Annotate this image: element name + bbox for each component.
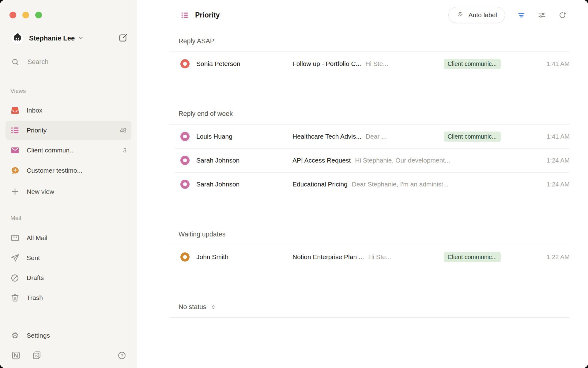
close-button[interactable] — [9, 12, 16, 18]
email-row[interactable]: Sonia Peterson Follow up - Portfolio C..… — [169, 52, 570, 76]
compose-icon[interactable] — [119, 33, 128, 44]
email-row[interactable]: Louis Huang Healthcare Tech Advis... Dea… — [169, 125, 570, 148]
filter-icon[interactable] — [517, 11, 526, 19]
new-view-button[interactable]: New view — [6, 182, 131, 201]
svg-text:15: 15 — [34, 355, 38, 358]
email-row[interactable]: Sarah Johnson Educational Pricing Dear S… — [169, 172, 570, 196]
main-panel: Priority Auto label — [137, 0, 588, 368]
sidebar-item-sent[interactable]: Sent — [6, 248, 131, 267]
search-label: Search — [28, 58, 48, 66]
sidebar-item-label: Drafts — [27, 274, 44, 282]
sidebar-item-label: Priority — [27, 127, 47, 134]
search-icon — [11, 58, 20, 66]
collapse-toggle-icon[interactable] — [210, 304, 217, 310]
label-badge[interactable]: Client communic... — [444, 59, 501, 69]
views-section-label: Views — [10, 88, 26, 94]
group-title[interactable]: Reply end of week — [169, 103, 570, 125]
view-options-icon[interactable] — [538, 11, 546, 19]
label-badge[interactable]: Client communic... — [444, 252, 501, 262]
email-sender: Sonia Peterson — [196, 60, 292, 67]
auto-label-icon — [456, 11, 465, 19]
email-time: 1:41 AM — [524, 133, 570, 140]
group-reply-asap: Reply ASAP Sonia Peterson Follow up - Po… — [169, 30, 570, 76]
email-time: 1:24 AM — [524, 181, 570, 188]
page-title-text: Priority — [195, 11, 220, 19]
notion-logo-icon[interactable] — [11, 351, 21, 361]
email-preview: Hi Stephanie, Our development... — [355, 157, 524, 164]
email-subject: Notion Enterprise Plan ... — [292, 253, 364, 261]
sidebar-item-label: Trash — [27, 294, 43, 301]
priority-list-icon — [10, 126, 20, 135]
inbox-icon — [10, 106, 20, 115]
sidebar-footer: 15 ? — [11, 351, 126, 361]
email-sender: Louis Huang — [196, 133, 292, 140]
svg-text:?: ? — [121, 353, 123, 358]
email-subject: API Access Request — [292, 157, 351, 164]
sidebar-item-label: All Mail — [27, 234, 47, 242]
email-time: 1:24 AM — [524, 157, 570, 164]
email-row[interactable]: Sarah Johnson API Access Request Hi Step… — [169, 148, 570, 172]
sidebar-item-label: Customer testimo... — [27, 167, 82, 174]
email-subject: Follow up - Portfolio C... — [292, 60, 361, 67]
all-mail-icon — [10, 233, 20, 243]
group-title[interactable]: Waiting updates — [169, 223, 570, 245]
gear-icon: ⚙ — [10, 331, 20, 340]
view-header: Priority Auto label — [137, 0, 588, 30]
sidebar-item-label: Settings — [27, 332, 50, 339]
email-sender: John Smith — [196, 253, 292, 261]
refresh-icon[interactable] — [558, 11, 567, 19]
email-preview: Dear ... — [366, 133, 438, 140]
auto-label-button[interactable]: Auto label — [448, 7, 505, 23]
sidebar-item-priority[interactable]: Priority 48 — [6, 121, 131, 140]
mail-app-window: Stephanie Lee Search Views Inbox Priorit… — [0, 0, 588, 368]
sidebar-item-client-communication[interactable]: Client commun... 3 — [6, 141, 131, 160]
account-switcher[interactable]: Stephanie Lee — [11, 32, 128, 45]
sidebar-item-label: Sent — [27, 254, 40, 262]
email-preview: Dear Stephanie, I'm an administ... — [352, 181, 524, 188]
priority-list-icon — [181, 11, 189, 19]
notion-calendar-icon[interactable]: 15 — [32, 351, 41, 361]
avatar — [11, 32, 24, 44]
email-sender: Sarah Johnson — [196, 157, 292, 164]
email-sender: Sarah Johnson — [196, 181, 292, 188]
email-preview: Hi Ste... — [368, 253, 437, 261]
group-title[interactable]: Reply ASAP — [169, 30, 570, 52]
group-reply-end-of-week: Reply end of week Louis Huang Healthcare… — [169, 103, 570, 196]
email-time: 1:41 AM — [524, 60, 570, 67]
sender-avatar — [180, 156, 190, 165]
sender-avatar — [180, 132, 190, 141]
sender-avatar — [180, 59, 190, 68]
search-input[interactable]: Search — [11, 56, 128, 68]
traffic-lights — [9, 12, 42, 18]
no-status-header[interactable]: No status — [169, 296, 570, 318]
sidebar-item-trash[interactable]: Trash — [6, 288, 131, 307]
email-list: Reply ASAP Sonia Peterson Follow up - Po… — [137, 30, 588, 345]
chevron-down-icon — [78, 35, 84, 42]
label-badge[interactable]: Client communic... — [444, 132, 501, 142]
count-badge: 3 — [123, 147, 126, 154]
no-status-label: No status — [179, 303, 206, 311]
sidebar: Stephanie Lee Search Views Inbox Priorit… — [0, 0, 137, 368]
sidebar-item-customer-testimonials[interactable]: Customer testimo... — [6, 161, 131, 180]
trash-icon — [10, 293, 20, 302]
sidebar-item-all-mail[interactable]: All Mail — [6, 228, 131, 247]
sender-avatar — [180, 252, 190, 262]
sidebar-item-settings[interactable]: ⚙ Settings — [6, 326, 131, 345]
zoom-button[interactable] — [35, 12, 42, 18]
count-badge: 48 — [120, 127, 126, 134]
sidebar-item-label: New view — [27, 188, 54, 195]
email-row[interactable]: John Smith Notion Enterprise Plan ... Hi… — [169, 245, 570, 269]
help-icon[interactable]: ? — [117, 351, 126, 361]
sidebar-item-inbox[interactable]: Inbox — [6, 101, 131, 120]
draft-icon — [10, 273, 20, 282]
minimize-button[interactable] — [22, 12, 29, 18]
email-preview: Hi Ste... — [365, 60, 438, 67]
email-subject: Educational Pricing — [292, 181, 348, 188]
send-icon — [10, 253, 20, 263]
email-time: 1:22 AM — [524, 253, 570, 261]
sidebar-item-label: Inbox — [27, 107, 42, 114]
profile-name: Stephanie Lee — [29, 34, 75, 42]
envelope-icon — [10, 146, 20, 155]
plus-icon — [10, 187, 20, 196]
sidebar-item-drafts[interactable]: Drafts — [6, 268, 131, 287]
